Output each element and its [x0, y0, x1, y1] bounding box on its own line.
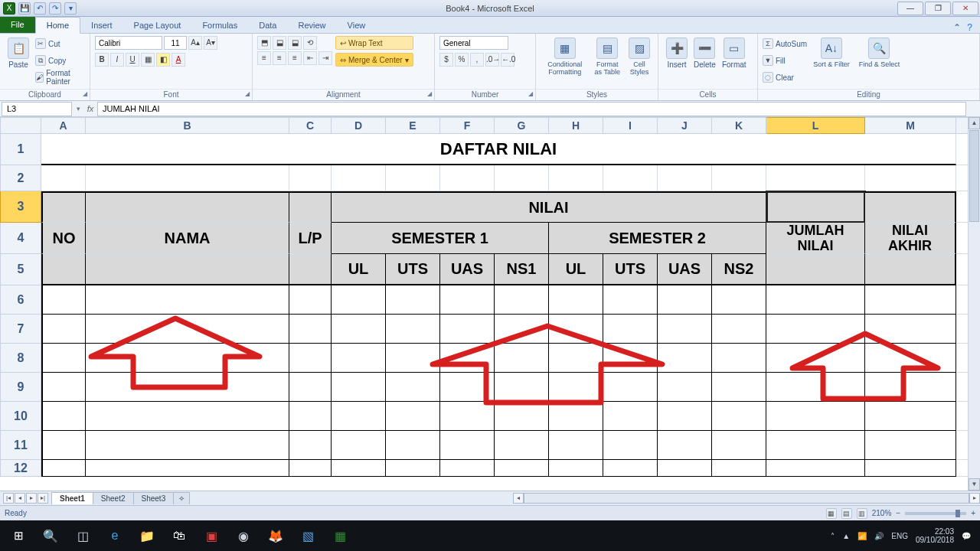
zoom-in-icon[interactable]: +: [971, 509, 975, 517]
tab-pagelayout[interactable]: Page Layout: [123, 18, 192, 33]
decrease-font-icon[interactable]: A▾: [204, 36, 217, 50]
sheet-tab-2[interactable]: Sheet2: [93, 492, 134, 504]
conditional-formatting-button[interactable]: ▦Conditional Formatting: [541, 36, 590, 77]
wifi-icon[interactable]: 📶: [858, 532, 867, 540]
horizontal-scrollbar[interactable]: ◂ ▸: [513, 493, 980, 504]
edge-icon[interactable]: e: [100, 523, 130, 548]
cell[interactable]: [41, 460, 86, 477]
redo-icon[interactable]: ↷: [49, 2, 61, 15]
clipboard-launcher-icon[interactable]: ◢: [83, 90, 87, 97]
col-L[interactable]: L: [766, 117, 865, 134]
cell-nama[interactable]: NAMA: [86, 223, 289, 254]
merge-center-button[interactable]: ⇔Merge & Center▾: [335, 53, 413, 67]
scroll-right-icon[interactable]: ▸: [969, 493, 980, 504]
col-C[interactable]: C: [289, 117, 332, 134]
tab-data[interactable]: Data: [248, 18, 287, 33]
cell[interactable]: [712, 315, 766, 344]
col-J[interactable]: J: [658, 117, 712, 134]
cell[interactable]: [332, 315, 386, 344]
cell[interactable]: [41, 373, 86, 402]
app-red-icon[interactable]: ▣: [196, 523, 227, 548]
cell[interactable]: [86, 460, 289, 477]
increase-indent-icon[interactable]: ⇥: [318, 51, 332, 65]
cell[interactable]: [712, 373, 766, 402]
cell[interactable]: [332, 431, 386, 460]
view-normal-icon[interactable]: ▦: [826, 508, 837, 519]
decrease-decimal-icon[interactable]: ←.0: [501, 53, 514, 67]
new-sheet-icon[interactable]: ✧: [173, 492, 190, 504]
cell[interactable]: [865, 431, 956, 460]
row-8[interactable]: 8: [0, 344, 41, 373]
tab-insert[interactable]: Insert: [80, 18, 123, 33]
row-1[interactable]: 1: [0, 134, 41, 165]
zoom-slider[interactable]: [905, 512, 966, 515]
comma-icon[interactable]: ,: [470, 53, 484, 67]
namebox-dropdown-icon[interactable]: ▾: [74, 105, 83, 112]
zoom-out-icon[interactable]: −: [896, 509, 900, 517]
cell[interactable]: [289, 431, 332, 460]
excel-taskbar-icon[interactable]: ▦: [325, 523, 355, 548]
cell[interactable]: [289, 402, 332, 431]
insert-cells-button[interactable]: ➕Insert: [663, 36, 691, 70]
align-center-icon[interactable]: ≡: [273, 51, 286, 65]
row-11[interactable]: 11: [0, 431, 41, 460]
orientation-icon[interactable]: ⟲: [303, 36, 317, 50]
cell[interactable]: [495, 460, 549, 477]
sheet-tab-3[interactable]: Sheet3: [133, 492, 175, 504]
row-2[interactable]: 2: [0, 165, 41, 191]
cell[interactable]: [386, 285, 440, 315]
currency-icon[interactable]: $: [439, 53, 453, 67]
col-H[interactable]: H: [549, 117, 603, 134]
cell[interactable]: [386, 431, 440, 460]
cell[interactable]: [549, 431, 603, 460]
help-icon[interactable]: ?: [967, 22, 972, 33]
tab-review[interactable]: Review: [287, 18, 336, 33]
scroll-down-icon[interactable]: ▼: [969, 478, 980, 491]
cell[interactable]: [332, 402, 386, 431]
alignment-launcher-icon[interactable]: ◢: [427, 90, 432, 97]
start-button[interactable]: ⊞: [3, 523, 34, 548]
cell[interactable]: [332, 460, 386, 477]
number-format-input[interactable]: [439, 36, 508, 50]
row-10[interactable]: 10: [0, 402, 41, 431]
align-middle-icon[interactable]: ⬓: [273, 36, 286, 50]
font-launcher-icon[interactable]: ◢: [245, 90, 250, 97]
cut-button[interactable]: ✂Cut: [35, 36, 85, 51]
explorer-icon[interactable]: 📁: [132, 523, 162, 548]
cell-no[interactable]: NO: [41, 223, 86, 254]
scroll-up-icon[interactable]: ▲: [969, 117, 980, 129]
fill-color-button[interactable]: ◧: [156, 53, 170, 67]
align-right-icon[interactable]: ≡: [288, 51, 302, 65]
tab-file[interactable]: File: [0, 16, 35, 33]
save-icon[interactable]: 💾: [18, 2, 31, 15]
sheet-nav-next-icon[interactable]: ▸: [26, 493, 37, 504]
clear-button[interactable]: ◌Clear: [763, 70, 807, 85]
cell[interactable]: [712, 431, 766, 460]
cell[interactable]: [86, 431, 289, 460]
volume-icon[interactable]: 🔊: [874, 532, 884, 540]
format-painter-button[interactable]: 🖌Format Painter: [35, 70, 85, 85]
col-A[interactable]: A: [41, 117, 86, 134]
increase-font-icon[interactable]: A▴: [188, 36, 202, 50]
cell-title[interactable]: DAFTAR NILAI: [41, 134, 956, 165]
row-12[interactable]: 12: [0, 460, 41, 477]
cell-akhir[interactable]: NILAIAKHIR: [865, 223, 956, 254]
tab-home[interactable]: Home: [35, 17, 80, 34]
name-box[interactable]: [2, 102, 72, 116]
cell[interactable]: [766, 460, 865, 477]
vertical-scrollbar[interactable]: ▲ ▼: [968, 117, 980, 491]
cell[interactable]: [603, 460, 658, 477]
col-K[interactable]: K: [712, 117, 766, 134]
cell[interactable]: [86, 402, 289, 431]
minimize-button[interactable]: —: [897, 2, 923, 15]
sheet-tab-1[interactable]: Sheet1: [51, 492, 93, 504]
align-bottom-icon[interactable]: ⬓: [288, 36, 302, 50]
row-4[interactable]: 4: [0, 223, 41, 254]
col-G[interactable]: G: [495, 117, 549, 134]
cell[interactable]: [549, 460, 603, 477]
cell[interactable]: [332, 373, 386, 402]
formula-bar[interactable]: [97, 102, 966, 116]
decrease-indent-icon[interactable]: ⇤: [303, 51, 317, 65]
cell-jumlah-top[interactable]: [766, 191, 865, 223]
restore-button[interactable]: ❐: [925, 2, 951, 15]
